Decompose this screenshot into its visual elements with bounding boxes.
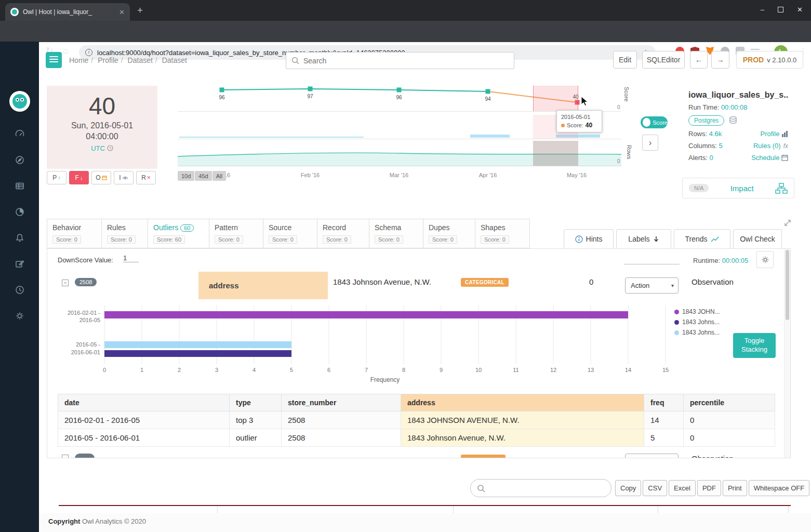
site-info-icon[interactable]: i (85, 49, 92, 56)
chart-next-button[interactable]: › (642, 135, 658, 151)
tab-pattern[interactable]: PatternScore: 0 (209, 219, 263, 248)
breadcrumb-home[interactable]: Home (69, 56, 88, 64)
col-header-address[interactable]: address (401, 394, 644, 411)
option-r-button[interactable]: R× (136, 171, 156, 184)
tab-source[interactable]: SourceScore: 0 (263, 219, 317, 248)
collapse-toggle[interactable]: − (62, 455, 69, 458)
col-header-percentile[interactable]: percentile (684, 394, 775, 411)
toggle-stacking-button[interactable]: Toggle Stacking (733, 333, 776, 358)
org-chart-icon[interactable] (775, 183, 788, 194)
option-p-button[interactable]: P↑ (47, 171, 67, 184)
dashboard-icon[interactable] (0, 129, 39, 141)
maximize-icon[interactable] (778, 7, 783, 12)
action-select[interactable]: Action▾ (625, 454, 679, 458)
tooltip-label: Score: (567, 122, 583, 128)
legend-item[interactable]: 1843 Johns... (674, 329, 720, 336)
menu-hamburger-button[interactable] (46, 52, 62, 68)
score-toggle[interactable]: Score (641, 116, 668, 128)
alerts-value: 0 (709, 154, 713, 162)
expand-icon[interactable] (783, 218, 792, 228)
labels-button[interactable]: Labels (616, 229, 671, 249)
copy-button[interactable]: Copy (615, 480, 641, 496)
next-run-button[interactable]: → (711, 51, 729, 69)
edit-button[interactable]: Edit (613, 51, 637, 69)
col-header-date[interactable]: date (58, 394, 230, 411)
tab-outliers[interactable]: Outliers60Score: 60 (148, 219, 209, 248)
csv-button[interactable]: CSV (643, 480, 667, 496)
col-header-store-number[interactable]: store_number (282, 394, 401, 411)
option-f-button[interactable]: F↓ (69, 171, 89, 184)
legend-item[interactable]: 1843 JOHN... (674, 308, 720, 315)
score-timeline-chart[interactable]: 96 97 96 94 40 (178, 86, 621, 112)
pie-chart-icon[interactable] (0, 207, 39, 219)
search-input[interactable] (303, 57, 509, 65)
table-search-input[interactable] (489, 484, 605, 492)
breadcrumb-dataset2[interactable]: Dataset (162, 56, 187, 64)
store-badge (75, 454, 95, 458)
option-i-button[interactable]: I (114, 171, 134, 184)
downscore-input[interactable] (123, 254, 139, 262)
tab-record[interactable]: RecordScore: 0 (317, 219, 369, 248)
svg-text:12: 12 (550, 367, 556, 373)
tab-shapes[interactable]: ShapesScore: 0 (475, 219, 530, 248)
pdf-button[interactable]: PDF (697, 480, 721, 496)
panel-scrollbar[interactable] (784, 249, 790, 458)
range-45d-button[interactable]: 45d (195, 171, 211, 181)
minimize-icon[interactable]: – (761, 6, 764, 14)
range-all-button[interactable]: All (212, 171, 226, 181)
eye-icon (122, 176, 128, 180)
excel-button[interactable]: Excel (669, 480, 696, 496)
settings-gear-icon[interactable] (0, 311, 39, 323)
sqleditor-button[interactable]: SQLEditor (642, 51, 685, 69)
table-icon[interactable] (0, 181, 39, 193)
owl-check-button[interactable]: Owl Check (733, 229, 782, 249)
scrollbar-thumb[interactable] (786, 250, 789, 320)
bar-outlier-dark[interactable] (104, 350, 291, 357)
bar-outlier-light[interactable] (104, 341, 291, 348)
hints-button[interactable]: Hints (564, 229, 614, 249)
notifications-bell-icon[interactable] (0, 233, 39, 245)
svg-text:2016-05: 2016-05 (79, 317, 100, 323)
prev-run-button[interactable]: ← (690, 51, 708, 69)
owl-logo[interactable] (8, 90, 31, 115)
edit-icon[interactable] (0, 259, 39, 271)
window-close-icon[interactable]: ✕ (797, 6, 803, 14)
range-10d-button[interactable]: 10d (178, 171, 194, 181)
legend-item[interactable]: 1843 Johns... (674, 318, 720, 326)
schedule-link[interactable]: Schedule (751, 154, 779, 162)
filter-input[interactable] (624, 256, 680, 264)
browser-tab[interactable]: Owl | Hoot | iowa_liquor_ ✕ (5, 3, 130, 21)
option-o-button[interactable]: O (91, 171, 111, 184)
behavior-timeline-chart[interactable] (178, 115, 621, 139)
breadcrumb-dataset[interactable]: Dataset (128, 56, 153, 64)
rows-timeline-chart[interactable] (178, 141, 621, 166)
col-header-freq[interactable]: freq (644, 394, 684, 411)
print-button[interactable]: Print (723, 480, 747, 496)
tab-behavior[interactable]: BehaviorScore: 0 (47, 219, 102, 248)
frequency-bar-chart[interactable]: 2016-02-01 - 2016-05 2016-05 - 2016-06-0… (58, 301, 775, 388)
bar-top3[interactable] (104, 311, 628, 318)
collapse-toggle[interactable]: − (62, 280, 69, 286)
rows-axis-label: Rows (626, 145, 632, 159)
new-tab-button[interactable]: + (137, 5, 143, 16)
tab-schema[interactable]: SchemaScore: 0 (369, 219, 423, 248)
arrow-down-icon (653, 236, 659, 243)
col-header-type[interactable]: type (230, 394, 282, 411)
breadcrumb-profile[interactable]: Profile (98, 56, 118, 64)
legend-dot-icon (674, 310, 679, 314)
home-icon[interactable]: ⌂ (63, 46, 68, 55)
rules-link[interactable]: Rules (0) (753, 142, 781, 150)
impact-link[interactable]: Impact (714, 184, 770, 193)
settings-button[interactable] (756, 251, 774, 268)
tab-rules[interactable]: RulesScore: 0 (101, 219, 148, 248)
profile-link[interactable]: Profile (761, 130, 780, 138)
table-search[interactable] (470, 479, 611, 497)
global-search[interactable] (286, 52, 514, 69)
tab-close-icon[interactable]: ✕ (119, 8, 125, 16)
whitespace-toggle-button[interactable]: Whitespace OFF (749, 480, 810, 496)
explore-icon[interactable] (0, 155, 39, 167)
tab-dupes[interactable]: DupesScore: 0 (423, 219, 475, 248)
trends-button[interactable]: Trends (674, 229, 730, 249)
action-select[interactable]: Action▾ (625, 277, 679, 294)
history-clock-icon[interactable] (0, 285, 39, 297)
